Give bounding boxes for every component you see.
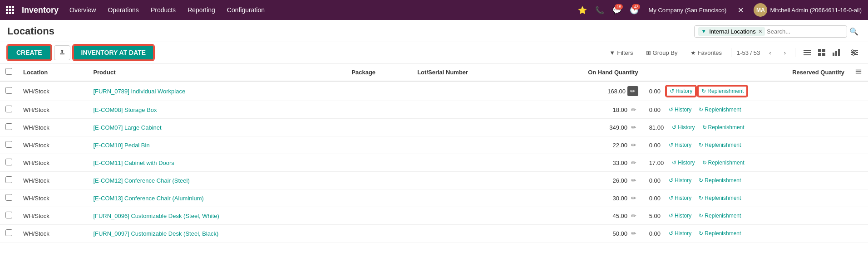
select-all-header[interactable] <box>0 63 18 81</box>
search-magnifier-btn[interactable]: 🔍 <box>847 24 861 38</box>
product-link-4[interactable]: [E-COM11] Cabinet with Doors <box>93 160 174 166</box>
edit-qty-icon-7[interactable]: ✏ <box>629 211 638 220</box>
row-checkbox-cell-8[interactable] <box>0 225 18 242</box>
row-checkbox-cell-4[interactable] <box>0 154 18 172</box>
nav-overview[interactable]: Overview <box>64 4 101 16</box>
row-checkbox-4[interactable] <box>5 159 12 165</box>
edit-qty-icon-0[interactable]: ✏ <box>627 86 638 96</box>
row-checkbox-7[interactable] <box>5 212 12 218</box>
groupby-button[interactable]: ⊞ Group By <box>642 48 681 58</box>
list-view-button[interactable] <box>801 46 814 59</box>
edit-qty-icon-1[interactable]: ✏ <box>629 105 638 114</box>
apps-icon[interactable] <box>4 4 16 16</box>
prev-page-button[interactable]: ‹ <box>765 48 774 58</box>
row-checkbox-cell-7[interactable] <box>0 207 18 225</box>
favorites-button[interactable]: ★ Favorites <box>687 48 725 58</box>
next-page-button[interactable]: › <box>780 48 789 58</box>
replenishment-btn-3[interactable]: ↻Replenishment <box>696 140 744 150</box>
kanban-view-button[interactable] <box>815 46 828 59</box>
row-product-7[interactable]: [FURN_0096] Customizable Desk (Steel, Wh… <box>88 207 346 225</box>
col-on-hand[interactable]: On Hand Quantity <box>528 63 644 81</box>
product-link-3[interactable]: [E-COM10] Pedal Bin <box>93 142 149 149</box>
row-checkbox-5[interactable] <box>5 176 12 183</box>
inventory-at-date-button[interactable]: INVENTORY AT DATE <box>73 45 154 60</box>
replenishment-btn-8[interactable]: ↻Replenishment <box>696 229 744 238</box>
product-link-1[interactable]: [E-COM08] Storage Box <box>93 107 157 113</box>
close-icon-btn[interactable]: ✕ <box>734 3 747 17</box>
replenishment-btn-2[interactable]: ↻Replenishment <box>700 123 747 132</box>
row-checkbox-1[interactable] <box>5 106 12 112</box>
history-btn-4[interactable]: ↺History <box>669 158 697 167</box>
user-info[interactable]: MA Mitchell Admin (20664611-16-0-all) <box>751 3 864 17</box>
row-product-4[interactable]: [E-COM11] Cabinet with Doors <box>88 154 346 172</box>
row-checkbox-8[interactable] <box>5 229 12 236</box>
replenishment-btn-7[interactable]: ↻Replenishment <box>696 211 744 220</box>
row-checkbox-cell-3[interactable] <box>0 136 18 154</box>
chat-icon-btn[interactable]: 💬 15 <box>610 3 624 17</box>
replenishment-btn-0[interactable]: ↻Replenishment <box>698 86 747 97</box>
history-btn-3[interactable]: ↺History <box>666 140 694 150</box>
row-checkbox-cell-6[interactable] <box>0 189 18 207</box>
history-btn-7[interactable]: ↺History <box>666 211 694 220</box>
row-checkbox-0[interactable] <box>5 87 12 94</box>
row-product-0[interactable]: [FURN_0789] Individual Workplace <box>88 81 346 101</box>
col-package[interactable]: Package <box>346 63 412 81</box>
upload-button[interactable] <box>54 45 70 60</box>
edit-qty-icon-5[interactable]: ✏ <box>629 176 638 185</box>
edit-qty-icon-2[interactable]: ✏ <box>629 123 638 132</box>
col-reserved[interactable]: Reserved Quantity <box>644 63 850 81</box>
history-btn-5[interactable]: ↺History <box>666 176 694 185</box>
row-checkbox-cell-5[interactable] <box>0 172 18 189</box>
row-checkbox-6[interactable] <box>5 194 12 201</box>
history-btn-6[interactable]: ↺History <box>666 194 694 203</box>
row-checkbox-cell-2[interactable] <box>0 119 18 136</box>
col-product[interactable]: Product <box>88 63 346 81</box>
product-link-8[interactable]: [FURN_0097] Customizable Desk (Steel, Bl… <box>93 230 218 237</box>
nav-products[interactable]: Products <box>145 4 181 16</box>
product-link-7[interactable]: [FURN_0096] Customizable Desk (Steel, Wh… <box>93 213 219 219</box>
row-product-8[interactable]: [FURN_0097] Customizable Desk (Steel, Bl… <box>88 225 346 242</box>
column-adjust-button[interactable] <box>848 46 861 59</box>
nav-configuration[interactable]: Configuration <box>222 4 270 16</box>
edit-qty-icon-4[interactable]: ✏ <box>629 158 638 167</box>
phone-icon-btn[interactable]: 📞 <box>593 3 607 17</box>
star-icon-btn[interactable]: ⭐ <box>576 3 589 17</box>
history-btn-0[interactable]: ↺History <box>666 86 696 97</box>
replenishment-btn-6[interactable]: ↻Replenishment <box>696 194 744 203</box>
row-checkbox-cell-1[interactable] <box>0 101 18 119</box>
edit-qty-icon-6[interactable]: ✏ <box>629 194 638 203</box>
filter-tag-remove[interactable]: × <box>759 28 762 34</box>
replenishment-btn-5[interactable]: ↻Replenishment <box>696 176 744 185</box>
product-link-5[interactable]: [E-COM12] Conference Chair (Steel) <box>93 177 189 184</box>
history-btn-2[interactable]: ↺History <box>669 123 697 132</box>
filters-button[interactable]: ▼ Filters <box>606 48 636 58</box>
history-btn-8[interactable]: ↺History <box>666 229 694 238</box>
create-button[interactable]: CREATE <box>7 45 51 60</box>
clock-icon-btn[interactable]: 🕐 43 <box>627 3 641 17</box>
row-product-6[interactable]: [E-COM13] Conference Chair (Aluminium) <box>88 189 346 207</box>
edit-qty-icon-3[interactable]: ✏ <box>629 140 638 150</box>
row-checkbox-2[interactable] <box>5 123 12 130</box>
product-link-6[interactable]: [E-COM13] Conference Chair (Aluminium) <box>93 195 203 202</box>
select-all-checkbox[interactable] <box>5 68 12 75</box>
replenishment-btn-4[interactable]: ↻Replenishment <box>700 158 747 167</box>
app-name[interactable]: Inventory <box>18 5 62 15</box>
row-checkbox-cell-0[interactable] <box>0 81 18 101</box>
replenishment-btn-1[interactable]: ↻Replenishment <box>696 105 744 114</box>
edit-qty-icon-8[interactable]: ✏ <box>629 229 638 238</box>
row-checkbox-3[interactable] <box>5 141 12 148</box>
col-lot-serial[interactable]: Lot/Serial Number <box>412 63 528 81</box>
row-product-5[interactable]: [E-COM12] Conference Chair (Steel) <box>88 172 346 189</box>
col-location[interactable]: Location <box>18 63 88 81</box>
chart-view-button[interactable] <box>830 46 843 59</box>
nav-operations[interactable]: Operations <box>102 4 144 16</box>
product-link-2[interactable]: [E-COM07] Large Cabinet <box>93 124 161 131</box>
row-product-2[interactable]: [E-COM07] Large Cabinet <box>88 119 346 136</box>
row-product-3[interactable]: [E-COM10] Pedal Bin <box>88 136 346 154</box>
row-product-1[interactable]: [E-COM08] Storage Box <box>88 101 346 119</box>
nav-reporting[interactable]: Reporting <box>182 4 221 16</box>
search-input[interactable] <box>767 28 843 35</box>
company-name[interactable]: My Company (San Francisco) <box>645 7 730 14</box>
product-link-0[interactable]: [FURN_0789] Individual Workplace <box>93 88 185 95</box>
history-btn-1[interactable]: ↺History <box>666 105 694 114</box>
